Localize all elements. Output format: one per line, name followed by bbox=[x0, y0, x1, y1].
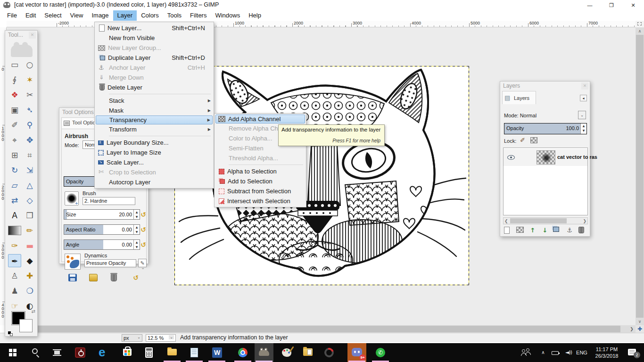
menu-bar-item[interactable]: View bbox=[66, 10, 88, 21]
menu-item[interactable]: Layer Boundary Size... bbox=[96, 138, 213, 148]
perspective-clone-tool[interactable]: ♟ bbox=[8, 284, 21, 297]
layer-thumbnail[interactable] bbox=[537, 150, 555, 165]
lock-alpha-icon[interactable] bbox=[530, 137, 537, 143]
menu-bar-item[interactable]: Help bbox=[244, 10, 265, 21]
angle-slider[interactable]: Angle 0.00 ▲▼ bbox=[64, 239, 140, 250]
menu-item[interactable]: Duplicate Layer Shift+Ctrl+D bbox=[96, 53, 213, 63]
reset-aspect-icon[interactable]: ↺ bbox=[139, 225, 148, 234]
menu-item[interactable]: Stack ▶ bbox=[96, 96, 213, 106]
crop-tool[interactable]: ⌗ bbox=[23, 148, 36, 162]
vertical-scrollbar[interactable]: ∧ ∨ bbox=[636, 27, 644, 325]
scroll-right-icon[interactable]: ❯ bbox=[628, 325, 636, 333]
menu-bar-item[interactable]: Windows bbox=[211, 10, 244, 21]
move-tool[interactable]: ✥ bbox=[23, 133, 36, 147]
zoom-selector[interactable]: 12.5 %⌄ bbox=[146, 334, 176, 342]
close-icon[interactable]: ✕ bbox=[581, 82, 588, 90]
scroll-left-icon[interactable]: ❮ bbox=[504, 218, 508, 224]
menu-item[interactable]: Subtract from Selection bbox=[215, 186, 305, 196]
taskbar-power-app[interactable] bbox=[71, 343, 90, 362]
select-by-color-tool[interactable]: ❖ bbox=[8, 88, 21, 101]
raise-layer-icon[interactable]: ↑ bbox=[528, 227, 537, 234]
tray-expand-icon[interactable]: ∧ bbox=[538, 343, 548, 362]
layer-visibility-icon[interactable] bbox=[507, 155, 515, 160]
close-button[interactable]: ✕ bbox=[622, 0, 644, 10]
pan-view-icon[interactable]: ✚ bbox=[636, 325, 644, 333]
taskbar-paint-app[interactable] bbox=[277, 343, 296, 362]
swap-colors-icon[interactable]: ⇄ bbox=[32, 309, 35, 314]
perspective-tool[interactable]: △ bbox=[23, 179, 36, 192]
save-preset-icon[interactable] bbox=[68, 274, 77, 281]
menu-bar-item[interactable]: File bbox=[3, 10, 21, 21]
bucket-fill-tool[interactable]: ❒ bbox=[23, 209, 36, 222]
menu-item[interactable]: New Layer... Shift+Ctrl+N bbox=[96, 23, 213, 33]
zoom-tool[interactable]: ⚲ bbox=[23, 118, 36, 132]
color-picker-tool[interactable]: ✐ bbox=[8, 118, 21, 132]
unit-selector[interactable]: px⌄ bbox=[122, 334, 142, 342]
fuzzy-select-tool[interactable]: ✶ bbox=[23, 73, 36, 86]
minimize-button[interactable]: — bbox=[579, 0, 601, 10]
new-layer-group-icon[interactable] bbox=[516, 227, 524, 233]
layer-opacity-slider[interactable]: Opacity 100.0 ▲▼ bbox=[504, 123, 587, 134]
aspect-ratio-slider[interactable]: Aspect Ratio 0.00 ▲▼ bbox=[64, 224, 140, 235]
menu-bar-item[interactable]: Tools bbox=[163, 10, 186, 21]
horizontal-scroll-thumb[interactable] bbox=[8, 326, 620, 332]
airbrush-tool[interactable]: ✒ bbox=[8, 254, 21, 267]
menu-bar-item[interactable]: Edit bbox=[21, 10, 40, 21]
menu-item[interactable]: New Layer Group... bbox=[96, 43, 213, 53]
scroll-right-icon[interactable]: ❯ bbox=[583, 218, 586, 224]
default-colors-icon[interactable] bbox=[8, 331, 13, 336]
menu-item[interactable]: Transparency ▶ bbox=[96, 115, 213, 124]
close-icon[interactable]: ✕ bbox=[29, 32, 36, 39]
text-tool[interactable]: A bbox=[8, 209, 21, 222]
menu-item[interactable] bbox=[215, 163, 305, 166]
layer-row[interactable]: cat vector to ras bbox=[504, 149, 587, 166]
clock[interactable]: 11:17 PM 26/3/2018 bbox=[590, 343, 623, 362]
measure-tool[interactable]: ⌖ bbox=[8, 133, 21, 147]
taskbar-search[interactable] bbox=[26, 343, 45, 362]
scroll-up-icon[interactable]: ∧ bbox=[636, 27, 644, 35]
start-button[interactable] bbox=[3, 343, 22, 362]
panel-menu-icon[interactable]: ◂ bbox=[580, 95, 587, 101]
menu-item[interactable]: Delete Layer bbox=[96, 82, 213, 92]
brush-preview[interactable]: + bbox=[65, 191, 79, 206]
clone-tool[interactable]: ♙ bbox=[8, 269, 21, 282]
delete-preset-icon[interactable] bbox=[111, 274, 117, 281]
layer-name[interactable]: cat vector to ras bbox=[557, 154, 597, 160]
reset-tool-options-icon[interactable]: ↺ bbox=[132, 274, 140, 281]
scroll-down-icon[interactable]: ∨ bbox=[636, 318, 644, 325]
menu-item[interactable]: Layer to Image Size bbox=[96, 148, 213, 157]
menu-item[interactable]: Crop to Selection bbox=[96, 167, 213, 177]
brush-select[interactable]: 2. Hardne bbox=[83, 197, 135, 205]
layers-scrollbar[interactable]: ❮ ❯ bbox=[503, 217, 588, 224]
menu-item[interactable]: Threshold Alpha... bbox=[215, 153, 305, 163]
menu-item[interactable]: Autocrop Layer bbox=[96, 177, 213, 187]
action-center-icon[interactable]: 2 bbox=[625, 343, 641, 362]
scissors-select-tool[interactable]: ✂ bbox=[23, 88, 36, 101]
duplicate-layer-icon[interactable] bbox=[553, 227, 559, 232]
menu-bar-item[interactable]: Filters bbox=[186, 10, 211, 21]
flip-tool[interactable]: ⇄ bbox=[8, 194, 21, 207]
rotate-tool[interactable]: ↻ bbox=[8, 164, 21, 177]
menu-item[interactable]: Merge Down bbox=[96, 73, 213, 82]
dynamics-select[interactable]: Pressure Opacity bbox=[84, 259, 136, 267]
menu-item[interactable] bbox=[96, 134, 213, 138]
menu-item[interactable]: Mask ▶ bbox=[96, 106, 213, 115]
restore-preset-icon[interactable] bbox=[89, 274, 98, 281]
ruler-corner-button[interactable] bbox=[636, 21, 644, 27]
vertical-scroll-thumb[interactable] bbox=[636, 35, 644, 318]
taskbar-store[interactable] bbox=[118, 343, 137, 362]
menu-item[interactable]: Transform ▶ bbox=[96, 124, 213, 134]
scroll-more-icon[interactable]: ⌄ bbox=[141, 265, 145, 270]
size-slider[interactable]: Size 20.00 ▲▼ bbox=[64, 209, 140, 220]
lock-pixels-icon[interactable]: ✐ bbox=[520, 137, 525, 144]
menu-item[interactable]: Anchor Layer Ctrl+H bbox=[96, 63, 213, 73]
reset-size-icon[interactable]: ↺ bbox=[139, 210, 148, 219]
taskbar-discord[interactable]: 9+ bbox=[347, 343, 366, 362]
blur-sharpen-tool[interactable]: ❍ bbox=[23, 284, 36, 297]
taskbar-chrome[interactable] bbox=[233, 343, 252, 362]
battery-icon[interactable] bbox=[551, 343, 561, 362]
menu-item[interactable]: Scale Layer... bbox=[96, 157, 213, 167]
background-color-swatch[interactable] bbox=[19, 319, 33, 332]
taskbar-whatsapp[interactable]: ✆ bbox=[371, 343, 390, 362]
foreground-select-tool[interactable]: ▣ bbox=[8, 103, 21, 116]
